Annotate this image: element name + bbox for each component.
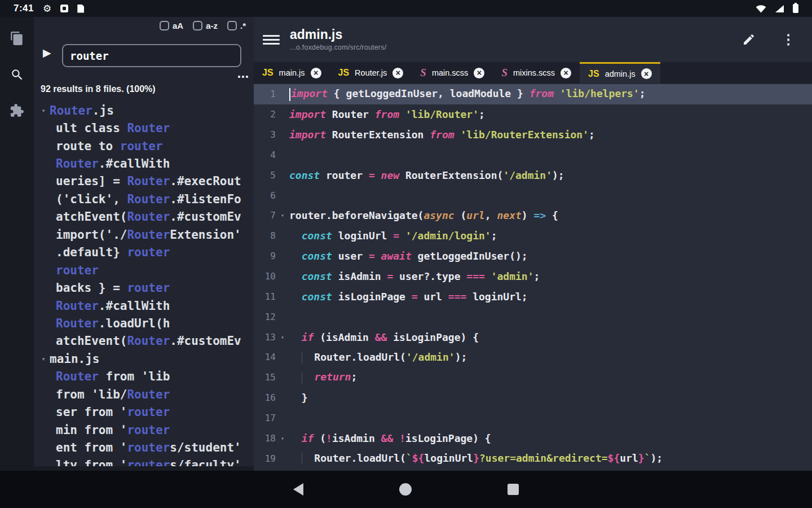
option-regex[interactable]: .* [227, 21, 246, 30]
context-text: atchEvent( [56, 334, 127, 348]
android-status-bar: 7:41 ⚙ [0, 0, 812, 17]
tab-bar: JSmain.js×JSRouter.js×Smain.scss×Smixins… [254, 62, 812, 84]
search-icon[interactable] [9, 67, 25, 82]
result-match-row[interactable]: ser from 'router [34, 403, 254, 421]
result-file-row[interactable]: ▾main.js [34, 350, 254, 367]
line-gutter: 12 [254, 312, 289, 322]
result-match-row[interactable]: lty from 'routers/faculty' [34, 457, 254, 466]
result-match-row[interactable]: ueries] = Router.#execRout [34, 173, 254, 190]
result-match-row[interactable]: atchEvent(Router.#customEv [34, 208, 254, 226]
code-line-1[interactable]: 1import { getLoggedInUser, loadModule } … [254, 84, 812, 104]
activity-bar [0, 17, 34, 471]
close-tab-icon[interactable]: × [392, 68, 403, 78]
code-line-15[interactable]: 15 return; [254, 367, 812, 388]
option-case-sensitive[interactable]: aA [160, 21, 183, 30]
code-line-4[interactable]: 4 [254, 145, 812, 165]
tab-Router.js[interactable]: JSRouter.js× [330, 62, 412, 84]
code-text: import { getLoggedInUser, loadModule } f… [289, 87, 812, 101]
result-match-row[interactable]: Router.loadUrl(h [34, 314, 254, 332]
checkbox-case-sensitive[interactable] [160, 21, 169, 30]
result-match-row[interactable]: min from 'router [34, 421, 254, 439]
search-input[interactable] [62, 44, 241, 67]
result-match-row[interactable]: import('./RouterExtension' [34, 226, 254, 243]
result-file-row[interactable]: ▾Router.js [34, 102, 254, 119]
line-number: 10 [254, 271, 276, 282]
code-line-8[interactable]: 8 const loginUrl = '/admin/login'; [254, 226, 812, 246]
tab-main.scss[interactable]: Smain.scss× [412, 62, 493, 84]
tab-admin.js[interactable]: JSadmin.js× [580, 62, 660, 84]
file-notification-icon [77, 5, 84, 13]
match-text: Router [127, 228, 170, 242]
hamburger-icon[interactable] [263, 35, 280, 45]
result-match-row[interactable]: from 'lib/Router [34, 386, 254, 403]
result-match-row[interactable]: router [34, 261, 254, 279]
code-text: const router = new RouterExtension('/adm… [289, 169, 812, 181]
result-match-row[interactable]: ult class Router [34, 119, 254, 137]
code-line-16[interactable]: 16 } [254, 388, 812, 408]
result-match-row[interactable]: atchEvent(Router.#customEv [34, 332, 254, 350]
line-number: 4 [254, 150, 276, 160]
code-line-18[interactable]: 18▾ if (!isAdmin && !isLoginPage) { [254, 428, 812, 448]
result-match-row[interactable]: Router.#callWith [34, 297, 254, 314]
recents-icon[interactable] [508, 484, 519, 495]
checkbox-regex[interactable] [227, 21, 237, 30]
line-number: 17 [254, 413, 276, 423]
files-icon[interactable] [9, 30, 25, 46]
code-line-3[interactable]: 3import RouterExtension from 'lib/Router… [254, 125, 812, 145]
tab-mixins.scss[interactable]: Smixins.scss× [493, 62, 580, 84]
search-results-list: ▾Router.jsult class Routerroute to route… [34, 102, 254, 466]
result-match-row[interactable]: Router from 'lib [34, 368, 254, 386]
pencil-icon[interactable] [742, 33, 756, 46]
back-icon[interactable] [293, 483, 303, 496]
line-number: 5 [254, 170, 276, 181]
code-line-10[interactable]: 10 const isAdmin = user?.type === 'admin… [254, 266, 812, 287]
home-icon[interactable] [399, 483, 412, 496]
close-tab-icon[interactable]: × [561, 68, 571, 78]
code-line-17[interactable]: 17 [254, 408, 812, 428]
code-line-7[interactable]: 7▾router.beforeNavigate(async (url, next… [254, 205, 812, 226]
match-text: Router [127, 334, 170, 348]
tab-main.js[interactable]: JSmain.js× [254, 62, 330, 84]
context-text: import('./ [56, 228, 127, 242]
context-text: from 'lib [99, 370, 170, 383]
match-text: Router [50, 104, 92, 117]
kebab-menu-icon[interactable]: ⋮ [782, 33, 795, 46]
more-options-icon[interactable] [238, 76, 248, 78]
fold-icon[interactable]: ▾ [276, 435, 289, 441]
line-gutter: 5 [254, 170, 289, 181]
result-match-row[interactable]: backs } = router [34, 279, 254, 296]
result-match-row[interactable]: Router.#callWith [34, 155, 254, 172]
fold-icon[interactable]: ▾ [276, 334, 289, 340]
code-line-9[interactable]: 9 const user = await getLoggedInUser(); [254, 246, 812, 266]
result-match-row[interactable]: route to router [34, 137, 254, 155]
run-search-icon[interactable]: ▶ [43, 47, 51, 58]
line-gutter: 19 [254, 453, 289, 464]
file-titles: admin.js ...o.foxdebug.com/src/routers/ [290, 28, 386, 51]
code-line-11[interactable]: 11 const isLoginPage = url === loginUrl; [254, 286, 812, 306]
code-line-14[interactable]: 14 Router.loadUrl('/admin'); [254, 347, 812, 367]
context-text: backs } = [56, 281, 127, 295]
match-text: Router [127, 174, 170, 188]
line-number: 19 [254, 453, 276, 464]
result-match-row[interactable]: ('click', Router.#listenFo [34, 190, 254, 208]
code-line-5[interactable]: 5const router = new RouterExtension('/ad… [254, 165, 812, 185]
code-line-12[interactable]: 12 [254, 306, 812, 327]
code-line-2[interactable]: 2import Router from 'lib/Router'; [254, 104, 812, 125]
js-file-icon: JS [588, 69, 599, 79]
checkbox-whole-word[interactable] [193, 21, 202, 30]
fold-icon[interactable]: ▾ [276, 212, 289, 218]
code-line-19[interactable]: 19 Router.loadUrl(`${loginUrl}?user=admi… [254, 448, 812, 468]
result-match-row[interactable]: ent from 'routers/student' [34, 439, 254, 456]
extensions-icon[interactable] [9, 103, 25, 119]
close-tab-icon[interactable]: × [311, 68, 321, 78]
code-line-6[interactable]: 6 [254, 185, 812, 205]
line-number: 16 [254, 392, 276, 403]
close-tab-icon[interactable]: × [641, 68, 652, 79]
result-match-row[interactable]: .default} router [34, 244, 254, 261]
code-line-13[interactable]: 13▾ if (isAdmin && isLoginPage) { [254, 327, 812, 347]
code-editor[interactable]: 1import { getLoggedInUser, loadModule } … [254, 84, 812, 471]
close-tab-icon[interactable]: × [474, 68, 484, 78]
option-whole-word[interactable]: a-z [193, 21, 218, 30]
battery-icon [793, 4, 798, 13]
sass-file-icon: S [420, 67, 426, 79]
